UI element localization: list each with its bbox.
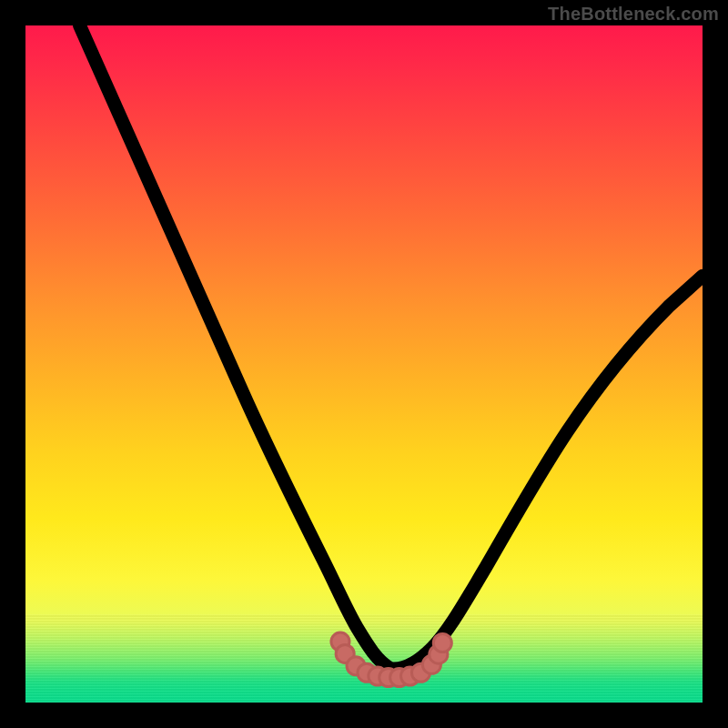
svg-point-11 xyxy=(433,633,451,652)
bottleneck-curve-svg xyxy=(25,25,703,703)
watermark-text: TheBottleneck.com xyxy=(548,4,719,25)
bottleneck-curve xyxy=(80,25,703,669)
highlight-markers xyxy=(331,632,451,687)
chart-frame: TheBottleneck.com xyxy=(0,0,728,728)
plot-area xyxy=(25,25,703,703)
